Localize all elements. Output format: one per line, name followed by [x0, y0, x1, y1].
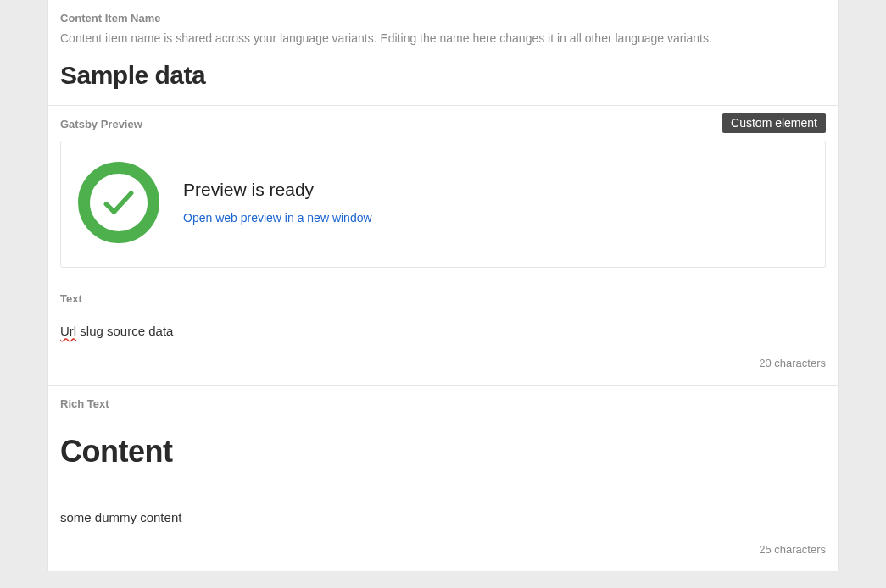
- text-field-section: Text Url slug source data 20 characters: [48, 280, 838, 386]
- preview-status-box: Preview is ready Open web preview in a n…: [60, 141, 826, 268]
- rich-text-body: some dummy content: [60, 510, 826, 524]
- rich-text-heading: Content: [60, 434, 826, 469]
- content-panel: Content Item Name Content item name is s…: [47, 0, 839, 571]
- content-item-name-input[interactable]: Sample data: [60, 61, 826, 90]
- rich-text-editor[interactable]: Content some dummy content: [60, 434, 826, 524]
- text-char-count: 20 characters: [60, 357, 826, 369]
- text-field-rest: slug source data: [76, 324, 173, 338]
- custom-element-badge: Custom element: [722, 113, 826, 133]
- rich-text-char-count: 25 characters: [60, 543, 826, 556]
- open-preview-link[interactable]: Open web preview in a new window: [183, 211, 372, 225]
- spellcheck-word: Url: [60, 324, 76, 338]
- rich-text-section: Rich Text Content some dummy content 25 …: [48, 386, 838, 571]
- section-help-name: Content item name is shared across your …: [60, 30, 826, 47]
- preview-text-block: Preview is ready Open web preview in a n…: [183, 180, 372, 225]
- section-label-gatsby: Gatsby Preview: [60, 118, 826, 130]
- section-label-name: Content Item Name: [60, 12, 826, 25]
- content-item-name-section: Content Item Name Content item name is s…: [48, 0, 838, 106]
- preview-status-heading: Preview is ready: [183, 180, 372, 200]
- section-label-text: Text: [60, 292, 826, 305]
- text-field-input[interactable]: Url slug source data: [60, 324, 826, 338]
- checkmark-icon: [78, 162, 159, 243]
- gatsby-preview-section: Gatsby Preview Custom element Preview is…: [48, 106, 838, 280]
- section-label-richtext: Rich Text: [60, 397, 826, 410]
